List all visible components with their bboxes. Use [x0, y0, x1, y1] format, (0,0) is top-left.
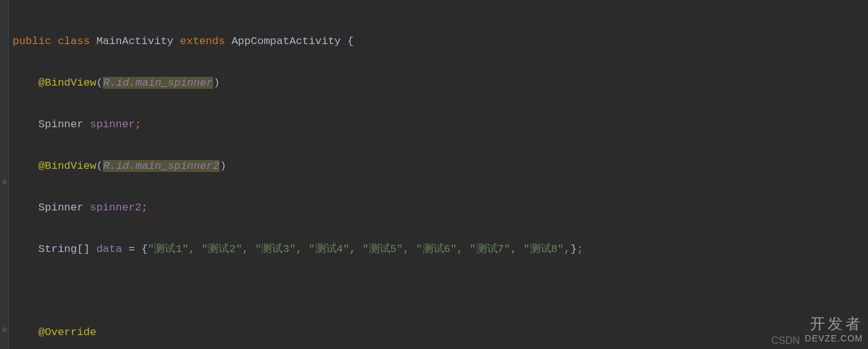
csdn-watermark: CSDN	[771, 335, 800, 346]
fold-icon[interactable]: ⊖	[1, 179, 8, 186]
code-line: Spinner spinner;	[13, 114, 868, 135]
code-line: @BindView(R.id.main_spinner2)	[13, 156, 868, 176]
fold-icon[interactable]: ⊖	[1, 326, 8, 334]
code-line: Spinner spinner2;	[13, 197, 868, 218]
code-line: @BindView(R.id.main_spinner)	[13, 72, 868, 93]
editor-gutter: ⊖ ⊖	[0, 0, 9, 349]
code-line: @Override	[13, 322, 868, 343]
code-line: String[] data = {"测试1", "测试2", "测试3", "测…	[13, 239, 868, 260]
code-line: public class MainActivity extends AppCom…	[13, 31, 868, 52]
code-editor[interactable]: public class MainActivity extends AppCom…	[13, 0, 868, 349]
code-line	[13, 280, 868, 301]
